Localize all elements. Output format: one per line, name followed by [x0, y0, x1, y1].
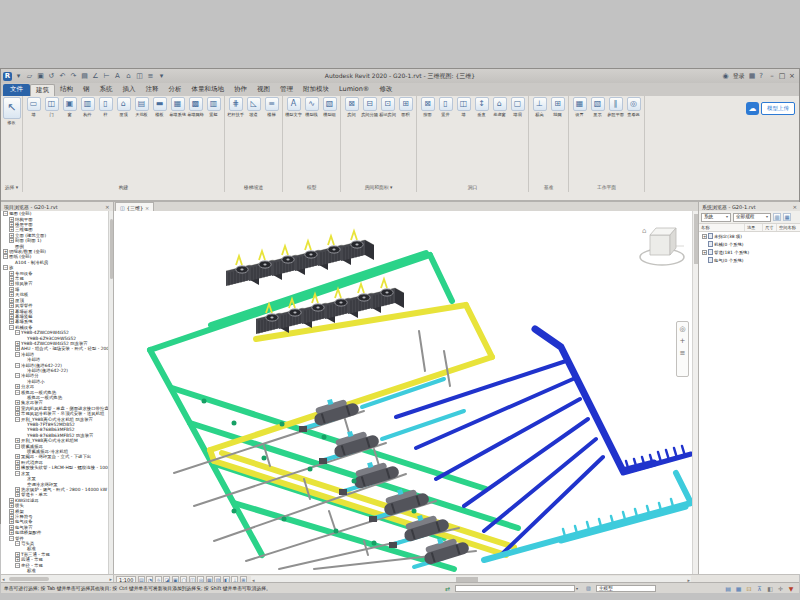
- 竖井-button[interactable]: ▯竖井: [437, 97, 454, 117]
- collapse-icon[interactable]: −: [15, 373, 20, 378]
- tree-item[interactable]: +热水锅炉 - 燃气 - 卧式 - 2800 - 14000 kW: [1, 487, 113, 492]
- system-tree-item[interactable]: +管道(181 个系统): [699, 248, 800, 256]
- collapse-icon[interactable]: −: [15, 444, 20, 449]
- collapse-icon[interactable]: −: [15, 563, 20, 568]
- collapse-icon[interactable]: −: [9, 536, 14, 541]
- drawing-area[interactable]: ⌂ ◎ + ≡: [114, 211, 698, 574]
- tab-分析[interactable]: 分析: [164, 84, 187, 96]
- collapse-icon[interactable]: −: [15, 390, 20, 395]
- 幕墙系统-button[interactable]: ▦幕墙系统: [169, 97, 186, 117]
- expand-icon[interactable]: +: [9, 227, 14, 232]
- 墙-button[interactable]: ◫墙: [455, 97, 472, 117]
- expand-icon[interactable]: +: [9, 271, 14, 276]
- tab-附加模块[interactable]: 附加模块: [298, 84, 334, 96]
- active-workset-combo[interactable]: [455, 585, 575, 592]
- workset-sync-icon[interactable]: ⇄: [445, 585, 450, 592]
- 房间-button[interactable]: ⊠房间: [343, 97, 360, 117]
- expand-icon[interactable]: +: [9, 276, 14, 281]
- 屋顶-button[interactable]: ⌂屋顶: [115, 97, 132, 117]
- cloud-upload-icon[interactable]: ☁: [746, 102, 759, 115]
- tab-系统[interactable]: 系统: [95, 84, 118, 96]
- worksets-status-icon[interactable]: ▤: [724, 585, 732, 593]
- collapse-icon[interactable]: −: [15, 417, 20, 422]
- text-icon[interactable]: A: [113, 72, 122, 81]
- 模型线-button[interactable]: ∿模型线: [303, 97, 320, 117]
- redo-icon[interactable]: ↷: [69, 72, 78, 81]
- expand-icon[interactable]: +: [9, 503, 14, 508]
- expand-icon[interactable]: +: [9, 319, 14, 324]
- autofit-columns-icon[interactable]: ▥: [773, 213, 781, 221]
- tab-注释[interactable]: 注释: [141, 84, 164, 96]
- 轴网-button[interactable]: ⊞轴网: [549, 97, 566, 117]
- tab-管理[interactable]: 管理: [275, 84, 298, 96]
- expand-icon[interactable]: +: [9, 498, 14, 503]
- column-header-尺寸[interactable]: 尺寸: [763, 224, 777, 231]
- measure-icon[interactable]: ∠: [91, 72, 100, 81]
- close-button[interactable]: ×: [787, 72, 797, 80]
- zoom-icon[interactable]: +: [680, 337, 686, 345]
- view-tab-close-icon[interactable]: ×: [145, 205, 149, 211]
- collapse-icon[interactable]: −: [15, 541, 20, 546]
- minimize-button[interactable]: –: [767, 72, 777, 80]
- thin-lines-icon[interactable]: ≡: [146, 72, 155, 81]
- 老虎窗-button[interactable]: ⌂老虎窗: [491, 97, 508, 117]
- section-icon[interactable]: ◫: [135, 72, 144, 81]
- system-browser-view-combo[interactable]: 系统▾: [701, 213, 731, 222]
- tree-item[interactable]: +橡胶接头软管 - LRCM-H型 - 螺纹连接 - 100-175-CN: [1, 465, 113, 470]
- 门-button[interactable]: ◫门: [43, 97, 60, 117]
- revit-logo[interactable]: R: [3, 72, 12, 81]
- 面积-button[interactable]: ⊞面积: [397, 97, 414, 117]
- expand-icon[interactable]: +: [702, 234, 707, 239]
- 模型文字-button[interactable]: A模型文字: [285, 97, 302, 117]
- 显示-button[interactable]: ▧显示: [589, 97, 606, 117]
- dimension-icon[interactable]: ⊢: [102, 72, 111, 81]
- expand-icon[interactable]: +: [3, 249, 8, 254]
- pinned-select-icon[interactable]: ⊼: [756, 585, 764, 593]
- expand-icon[interactable]: +: [9, 287, 14, 292]
- collapse-icon[interactable]: −: [15, 330, 20, 335]
- collapse-icon[interactable]: −: [15, 471, 20, 476]
- navigation-bar[interactable]: ◎ + ≡: [676, 321, 689, 377]
- sync-icon[interactable]: ↺: [47, 72, 56, 81]
- project-browser-scrollbar[interactable]: [108, 211, 113, 574]
- 标记房间-button[interactable]: ⊡标记房间: [379, 97, 396, 117]
- 标高-button[interactable]: ⊥标高: [531, 97, 548, 117]
- filter-icon[interactable]: ▼: [787, 585, 795, 593]
- pan-icon[interactable]: ≡: [680, 349, 686, 357]
- expand-icon[interactable]: +: [15, 384, 20, 389]
- 房间分隔-button[interactable]: ⊟房间分隔: [361, 97, 378, 117]
- expand-icon[interactable]: +: [9, 238, 14, 243]
- save-icon[interactable]: ▣: [36, 72, 45, 81]
- 楼梯-button[interactable]: ≡楼梯: [263, 97, 280, 117]
- default-3d-view-icon[interactable]: ⌂: [124, 72, 133, 81]
- expand-icon[interactable]: +: [702, 250, 707, 255]
- model-upload-button[interactable]: 模型上传: [761, 102, 795, 115]
- 按面-button[interactable]: ⊠按面: [419, 97, 436, 117]
- 墙洞-button[interactable]: ▢墙洞: [509, 97, 526, 117]
- expand-icon[interactable]: +: [9, 303, 14, 308]
- tree-item[interactable]: +常规风箱冷机装置 - 吊顶式安装 - 送风机组: [1, 411, 113, 416]
- expand-icon[interactable]: +: [15, 492, 20, 497]
- open-icon[interactable]: ▱: [25, 72, 34, 81]
- steering-wheel-icon[interactable]: ◎: [679, 325, 685, 333]
- tab-视图[interactable]: 视图: [252, 84, 275, 96]
- expand-icon[interactable]: +: [9, 514, 14, 519]
- menu-arrow-icon[interactable]: ▾: [14, 72, 23, 81]
- tree-item[interactable]: +AHU - 组合式 - 现场安装 - 卧式 - 轻型 - 2000 - 59.…: [1, 346, 113, 351]
- column-settings-icon[interactable]: ▦: [783, 213, 791, 221]
- expand-icon[interactable]: +: [9, 292, 14, 297]
- print-icon[interactable]: ▤: [80, 72, 89, 81]
- editable-only-icon[interactable]: ▦: [735, 585, 743, 593]
- tab-体量和场地[interactable]: 体量和场地: [187, 84, 230, 96]
- expand-icon[interactable]: +: [15, 346, 20, 351]
- column-header-流量[interactable]: 流量: [745, 224, 763, 231]
- signin-button[interactable]: 登录: [733, 72, 745, 81]
- 垂直-button[interactable]: ↕垂直: [473, 97, 490, 117]
- design-options-combo[interactable]: 主模型: [596, 585, 656, 592]
- collapse-icon[interactable]: −: [9, 325, 14, 330]
- expand-icon[interactable]: +: [9, 281, 14, 286]
- expand-icon[interactable]: +: [9, 217, 14, 222]
- tab-钢[interactable]: 钢: [78, 84, 95, 96]
- expand-icon[interactable]: +: [9, 314, 14, 319]
- 楼板-button[interactable]: ▬楼板: [151, 97, 168, 117]
